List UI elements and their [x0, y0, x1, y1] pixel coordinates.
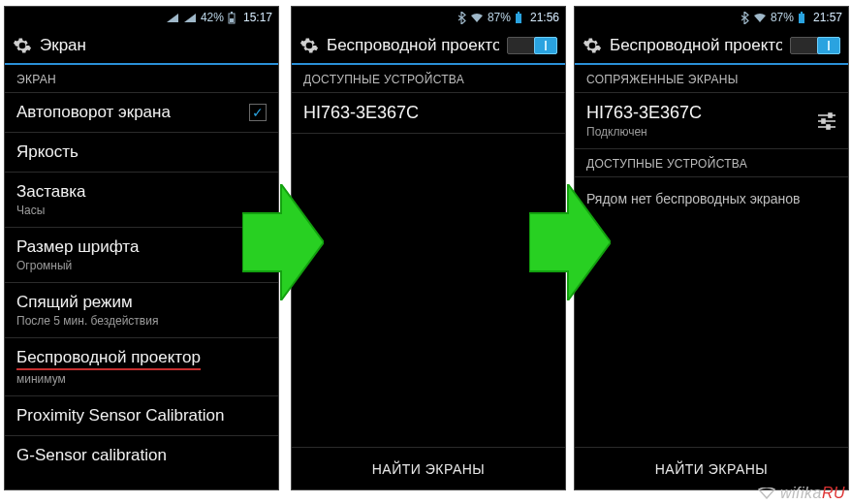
gear-icon [299, 36, 319, 55]
item-sublabel: После 5 мин. бездействия [16, 314, 267, 328]
toggle-switch[interactable] [790, 37, 840, 54]
item-label: Proximity Sensor Calibration [16, 406, 267, 425]
svg-rect-2 [231, 12, 233, 14]
item-wireless-projector[interactable]: Беспроводной проектор минимум [5, 338, 278, 396]
item-gsensor[interactable]: G-Sensor calibration [5, 436, 278, 475]
item-font-size[interactable]: Размер шрифта Огромный [5, 228, 278, 283]
section-header-available: ДОСТУПНЫЕ УСТРОЙСТВА [575, 149, 848, 176]
battery-text: 42% [201, 11, 224, 24]
status-bar: 87% 21:56 [292, 7, 565, 28]
clock-text: 21:57 [813, 11, 842, 24]
item-label: Беспроводной проектор [16, 348, 201, 370]
phone-screen-3: 87% 21:57 Беспроводной проектор СОПРЯЖЕН… [574, 6, 849, 490]
item-label: Спящий режим [16, 293, 267, 312]
title-bar: Экран [5, 28, 278, 65]
device-name: HI763-3E367C [303, 103, 419, 123]
svg-rect-6 [801, 12, 803, 14]
status-bar: 87% 21:57 [575, 7, 848, 28]
check-icon: ✓ [252, 106, 264, 119]
phone-screen-1: 42% 15:17 Экран ЭКРАН Автоповорот экрана… [4, 6, 279, 490]
device-row-paired[interactable]: HI763-3E367C Подключен [575, 93, 848, 149]
battery-text: 87% [488, 11, 511, 24]
button-label: НАЙТИ ЭКРАНЫ [372, 461, 485, 477]
battery-icon [515, 12, 522, 24]
item-sublabel: Часы [16, 204, 267, 217]
battery-icon [798, 12, 805, 24]
item-label: Автоповорот экрана [16, 103, 171, 122]
sliders-icon[interactable] [817, 112, 836, 130]
watermark-suffix: RU [822, 485, 845, 501]
item-label: G-Sensor calibration [16, 446, 267, 465]
find-screens-button[interactable]: НАЙТИ ЭКРАНЫ [575, 447, 848, 489]
page-title: Беспроводной проектор [327, 36, 499, 55]
watermark: wifikaRU [758, 485, 845, 502]
toggle-switch[interactable] [507, 37, 557, 54]
button-label: НАЙТИ ЭКРАНЫ [655, 461, 768, 477]
find-screens-button[interactable]: НАЙТИ ЭКРАНЫ [292, 447, 565, 489]
device-name: HI763-3E367C [586, 103, 702, 123]
clock-text: 15:17 [243, 11, 272, 24]
title-bar: Беспроводной проектор [575, 28, 848, 65]
page-title: Беспроводной проектор [610, 36, 782, 55]
signal-icon [166, 13, 179, 23]
item-brightness[interactable]: Яркость [5, 133, 278, 173]
signal-icon [183, 13, 197, 23]
gear-icon [583, 36, 602, 55]
svg-rect-8 [829, 113, 832, 117]
device-status: Подключен [586, 125, 702, 139]
page-title: Экран [40, 36, 270, 55]
title-bar: Беспроводной проектор [292, 28, 565, 65]
wifi-icon [758, 488, 775, 499]
svg-rect-3 [516, 14, 521, 23]
device-row[interactable]: HI763-3E367C [292, 93, 565, 134]
battery-icon [228, 12, 236, 24]
status-bar: 42% 15:17 [5, 7, 278, 28]
battery-text: 87% [771, 11, 794, 24]
wifi-icon [470, 13, 484, 23]
svg-rect-5 [799, 14, 804, 23]
wifi-icon [753, 13, 767, 23]
item-label: Яркость [16, 142, 267, 162]
item-screensaver[interactable]: Заставка Часы [5, 173, 278, 228]
svg-rect-12 [827, 125, 830, 129]
item-sublabel: Огромный [16, 259, 267, 272]
svg-rect-1 [230, 18, 234, 22]
clock-text: 21:56 [530, 11, 559, 24]
checkbox[interactable]: ✓ [249, 104, 267, 121]
empty-text: Рядом нет беспроводных экранов [575, 177, 848, 220]
item-sleep[interactable]: Спящий режим После 5 мин. бездействия [5, 283, 278, 338]
svg-rect-10 [822, 119, 825, 123]
watermark-text: wifika [780, 485, 822, 501]
section-header-paired: СОПРЯЖЕННЫЕ ЭКРАНЫ [575, 65, 848, 92]
gear-icon [13, 36, 32, 55]
item-label: Размер шрифта [16, 237, 267, 257]
bluetooth-icon [458, 12, 466, 24]
item-proximity[interactable]: Proximity Sensor Calibration [5, 396, 278, 436]
bluetooth-icon [741, 12, 749, 24]
item-label: Заставка [16, 182, 267, 202]
section-header-available: ДОСТУПНЫЕ УСТРОЙСТВА [292, 65, 565, 92]
item-sublabel: минимум [16, 372, 267, 386]
section-header: ЭКРАН [5, 65, 278, 92]
svg-rect-4 [518, 12, 520, 14]
item-autorotate[interactable]: Автоповорот экрана ✓ [5, 93, 278, 133]
phone-screen-2: 87% 21:56 Беспроводной проектор ДОСТУПНЫ… [291, 6, 566, 490]
